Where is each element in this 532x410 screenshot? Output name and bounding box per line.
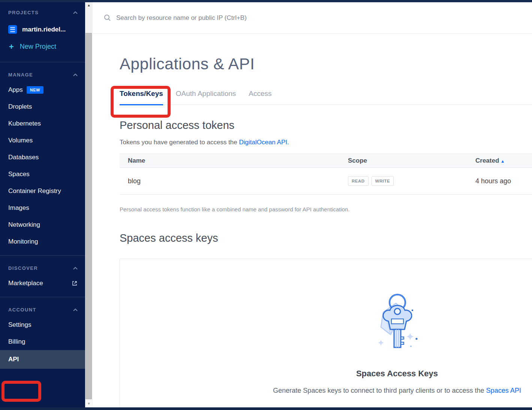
- key-illustration: [373, 289, 421, 351]
- token-created: 4 hours ago: [475, 177, 532, 185]
- discover-header-label: DISCOVER: [8, 265, 38, 271]
- sidebar-item-api[interactable]: API: [0, 350, 85, 369]
- sidebar-item-kubernetes[interactable]: Kubernetes: [0, 115, 85, 132]
- sidebar-item-billing[interactable]: Billing: [0, 333, 85, 350]
- discover-section-header[interactable]: DISCOVER: [0, 256, 85, 275]
- new-project-button[interactable]: + New Project: [0, 36, 85, 57]
- sidebar-item-apps[interactable]: Apps NEW: [0, 81, 85, 98]
- page-title: Applications & API: [120, 55, 532, 73]
- spaces-access-keys-heading: Spaces access keys: [120, 232, 532, 244]
- project-icon: [8, 25, 17, 34]
- sidebar-item-label: Marketplace: [8, 280, 43, 287]
- digitalocean-api-link[interactable]: DigitalOcean API.: [239, 139, 289, 146]
- projects-header-label: PROJECTS: [8, 10, 39, 15]
- sidebar-item-project[interactable]: martin.riedel...: [0, 19, 85, 36]
- projects-section-header[interactable]: PROJECTS: [0, 0, 85, 19]
- sidebar-item-label: Volumes: [8, 137, 33, 144]
- scope-badge-read: READ: [348, 176, 369, 186]
- sidebar-item-label: Images: [8, 204, 29, 212]
- column-header-scope: Scope: [348, 157, 475, 165]
- account-list: Settings Billing API: [0, 316, 85, 369]
- sidebar-item-droplets[interactable]: Droplets: [0, 98, 85, 115]
- tokens-caption: Personal access tokens function like a c…: [120, 206, 532, 212]
- sidebar-item-label: Apps: [8, 86, 23, 94]
- description-text: Tokens you have generated to access the: [120, 139, 239, 146]
- vertical-scrollbar[interactable]: ▲ ▼: [85, 0, 93, 410]
- spaces-panel-title: Spaces Access Keys: [356, 369, 438, 379]
- chevron-up-icon[interactable]: [73, 267, 78, 270]
- plus-icon: +: [9, 43, 14, 50]
- description-text: Generate Spaces keys to connect to third…: [273, 387, 486, 394]
- search-bar: [93, 2, 532, 34]
- window-top-edge: [0, 0, 532, 2]
- personal-access-tokens-heading: Personal access tokens: [120, 119, 532, 132]
- new-badge: NEW: [27, 86, 43, 94]
- spaces-keys-panel: Spaces Access Keys Generate Spaces keys …: [120, 259, 532, 410]
- account-section-header[interactable]: ACCOUNT: [0, 297, 85, 316]
- page-body: Applications & API Tokens/Keys OAuth App…: [93, 34, 532, 410]
- sidebar-item-databases[interactable]: Databases: [0, 149, 85, 166]
- sidebar-item-marketplace[interactable]: Marketplace: [0, 275, 85, 292]
- scroll-up-icon[interactable]: ▲: [85, 2, 93, 8]
- window-bottom-edge: [0, 407, 532, 410]
- scrollbar-thumb[interactable]: [85, 33, 92, 399]
- tokens-table-header: Name Scope Created▲: [120, 154, 532, 168]
- account-header-label: ACCOUNT: [8, 307, 36, 313]
- sidebar-item-label: Monitoring: [8, 238, 38, 245]
- project-name: martin.riedel...: [22, 26, 66, 33]
- tab-access[interactable]: Access: [249, 90, 271, 105]
- tab-oauth-applications[interactable]: OAuth Applications: [176, 90, 236, 105]
- sidebar-item-label: Spaces: [8, 171, 30, 178]
- sidebar-item-label: API: [8, 356, 19, 363]
- manage-section-header[interactable]: MANAGE: [0, 62, 85, 81]
- external-link-icon: [72, 280, 78, 286]
- manage-list: Apps NEW Droplets Kubernetes Volumes Dat…: [0, 81, 85, 250]
- sidebar-item-networking[interactable]: Networking: [0, 216, 85, 233]
- sidebar-item-label: Settings: [8, 321, 31, 329]
- spaces-api-link[interactable]: Spaces API: [486, 387, 521, 394]
- tab-bar: Tokens/Keys OAuth Applications Access: [120, 90, 532, 105]
- token-name: blog: [120, 177, 348, 185]
- scope-badge-write: WRITE: [372, 176, 394, 186]
- chevron-up-icon[interactable]: [73, 308, 78, 311]
- scroll-down-icon[interactable]: ▼: [85, 400, 92, 407]
- sidebar-item-settings[interactable]: Settings: [0, 316, 85, 333]
- sidebar-item-spaces[interactable]: Spaces: [0, 166, 85, 183]
- sidebar-item-images[interactable]: Images: [0, 199, 85, 216]
- sidebar-item-label: Networking: [8, 221, 40, 229]
- new-project-label: New Project: [20, 43, 56, 51]
- chevron-up-icon[interactable]: [73, 11, 78, 14]
- column-header-created[interactable]: Created▲: [475, 157, 532, 165]
- sidebar-item-label: Container Registry: [8, 187, 61, 195]
- sort-ascending-icon: ▲: [501, 159, 505, 163]
- sidebar-item-volumes[interactable]: Volumes: [0, 132, 85, 149]
- discover-list: Marketplace: [0, 275, 85, 292]
- sidebar-item-label: Droplets: [8, 103, 32, 111]
- sidebar-item-label: Billing: [8, 338, 25, 346]
- manage-header-label: MANAGE: [8, 72, 33, 78]
- table-row: blog READ WRITE 4 hours ago: [120, 168, 532, 195]
- sidebar: PROJECTS martin.riedel... + New Project …: [0, 0, 85, 410]
- token-scopes: READ WRITE: [348, 176, 475, 186]
- spaces-panel-description: Generate Spaces keys to connect to third…: [273, 387, 521, 395]
- tokens-table: Name Scope Created▲ blog READ WRITE 4 ho…: [120, 154, 532, 195]
- sidebar-item-label: Kubernetes: [8, 120, 41, 127]
- created-label: Created: [475, 157, 499, 164]
- search-icon: [104, 14, 111, 21]
- chevron-up-icon[interactable]: [73, 73, 78, 76]
- main-content: Applications & API Tokens/Keys OAuth App…: [93, 2, 532, 410]
- sidebar-item-monitoring[interactable]: Monitoring: [0, 233, 85, 250]
- search-input[interactable]: [116, 14, 454, 22]
- tab-tokens-keys[interactable]: Tokens/Keys: [120, 90, 163, 105]
- sidebar-item-label: Databases: [8, 154, 39, 161]
- sidebar-item-container-registry[interactable]: Container Registry: [0, 183, 85, 199]
- personal-access-tokens-description: Tokens you have generated to access the …: [120, 139, 532, 146]
- column-header-name: Name: [120, 157, 348, 165]
